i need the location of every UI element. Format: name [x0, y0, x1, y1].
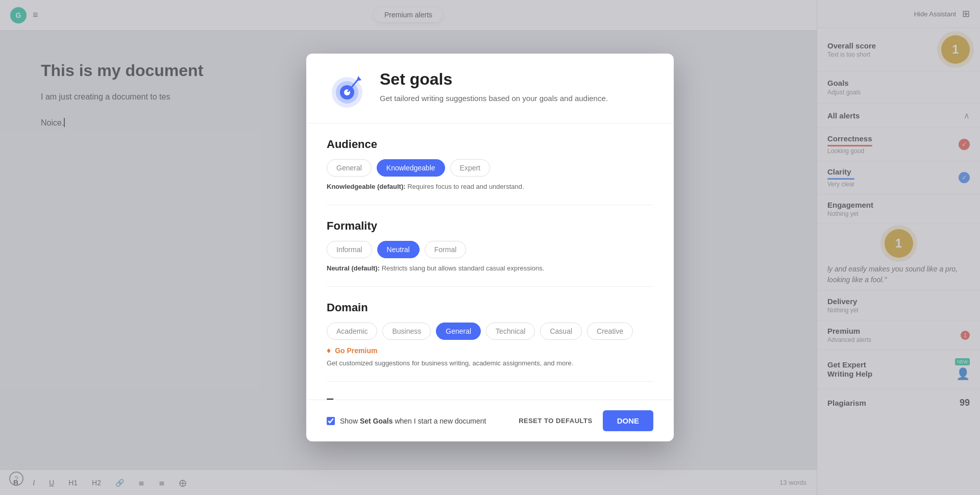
domain-section: Domain Academic Business General Technic…: [327, 287, 653, 382]
svg-marker-5: [356, 76, 361, 81]
formality-section: Formality Informal Neutral Formal Neutra…: [327, 205, 653, 287]
domain-creative-button[interactable]: Creative: [587, 323, 633, 340]
show-set-goals-checkbox[interactable]: [327, 417, 335, 425]
go-premium-label[interactable]: Go Premium: [335, 346, 377, 355]
modal-footer: Show Set Goals when I start a new docume…: [306, 400, 674, 441]
domain-label: Domain: [327, 301, 653, 314]
formality-options-row: Informal Neutral Formal: [327, 241, 653, 258]
domain-technical-button[interactable]: Technical: [486, 323, 535, 340]
diamond-icon: ♦: [327, 346, 331, 355]
goals-icon: [327, 70, 368, 111]
show-set-goals-label: Show Set Goals when I start a new docume…: [340, 417, 486, 425]
formality-informal-button[interactable]: Informal: [327, 241, 372, 258]
audience-general-button[interactable]: General: [327, 159, 372, 177]
go-premium-row[interactable]: ♦ Go Premium: [327, 346, 653, 355]
audience-knowledgeable-button[interactable]: Knowledgeable: [377, 159, 445, 177]
domain-options-row: Academic Business General Technical Casu…: [327, 323, 653, 340]
reset-to-defaults-button[interactable]: RESET TO DEFAULTS: [519, 417, 593, 425]
modal-header-text: Set goals Get tailored writing suggestio…: [380, 70, 608, 105]
modal-title: Set goals: [380, 70, 608, 89]
domain-general-button[interactable]: General: [436, 323, 481, 340]
set-goals-modal: Set goals Get tailored writing suggestio…: [306, 54, 674, 441]
formality-neutral-button[interactable]: Neutral: [377, 241, 420, 258]
footer-left: Show Set Goals when I start a new docume…: [327, 417, 486, 425]
go-premium-description: Get customized suggestions for business …: [327, 359, 653, 367]
domain-academic-button[interactable]: Academic: [327, 323, 377, 340]
domain-casual-button[interactable]: Casual: [540, 323, 582, 340]
tone-section: Tone 😊 Neutral 🤝 Confident 😊 Joyful ✌️ O…: [327, 382, 653, 400]
footer-actions: RESET TO DEFAULTS DONE: [519, 410, 653, 431]
audience-section: Audience General Knowledgeable Expert Kn…: [327, 123, 653, 205]
audience-label: Audience: [327, 138, 653, 151]
modal-body: Audience General Knowledgeable Expert Kn…: [306, 123, 674, 400]
formality-description: Neutral (default): Restricts slang but a…: [327, 264, 653, 272]
audience-description: Knowledgeable (default): Requires focus …: [327, 183, 653, 190]
formality-formal-button[interactable]: Formal: [425, 241, 467, 258]
done-button[interactable]: DONE: [603, 410, 653, 431]
modal-overlay: Set goals Get tailored writing suggestio…: [0, 0, 980, 495]
audience-expert-button[interactable]: Expert: [450, 159, 490, 177]
modal-subtitle: Get tailored writing suggestions based o…: [380, 93, 608, 105]
audience-options-row: General Knowledgeable Expert: [327, 159, 653, 177]
modal-header: Set goals Get tailored writing suggestio…: [306, 54, 674, 123]
domain-business-button[interactable]: Business: [382, 323, 431, 340]
tone-label: Tone: [327, 396, 653, 400]
formality-label: Formality: [327, 219, 653, 233]
